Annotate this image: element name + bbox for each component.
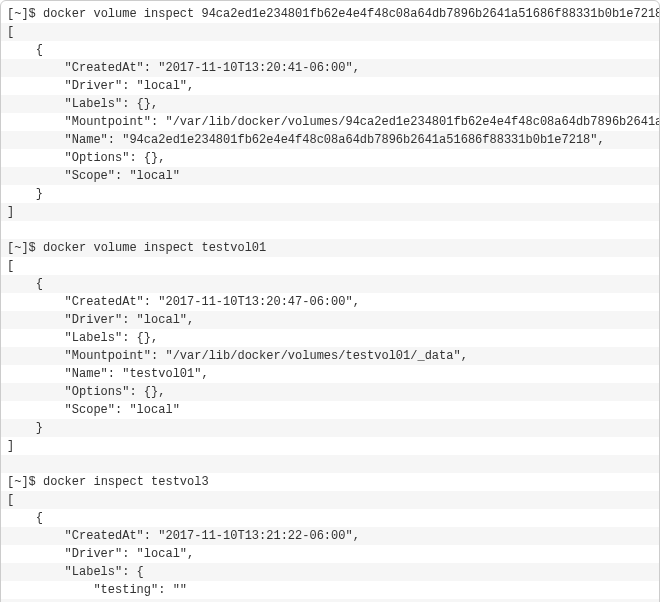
command-text: docker inspect testvol3 — [43, 475, 209, 489]
output-line: } — [1, 419, 659, 437]
command-text: docker volume inspect testvol01 — [43, 241, 266, 255]
output-line: "Labels": {}, — [1, 95, 659, 113]
output-line: { — [1, 509, 659, 527]
output-line: ] — [1, 203, 659, 221]
prompt: [~]$ — [7, 7, 43, 21]
command-line: [~]$ docker inspect testvol3 — [1, 473, 659, 491]
prompt: [~]$ — [7, 241, 43, 255]
output-line: "Scope": "local" — [1, 401, 659, 419]
output-line: "Driver": "local", — [1, 311, 659, 329]
output-line: ] — [1, 437, 659, 455]
output-line: "CreatedAt": "2017-11-10T13:20:47-06:00"… — [1, 293, 659, 311]
output-line: "Driver": "local", — [1, 77, 659, 95]
output-line: "Scope": "local" — [1, 167, 659, 185]
output-line: } — [1, 185, 659, 203]
output-line: "Labels": { — [1, 563, 659, 581]
output-line: "Name": "94ca2ed1e234801fb62e4e4f48c08a6… — [1, 131, 659, 149]
output-line: "CreatedAt": "2017-11-10T13:20:41-06:00"… — [1, 59, 659, 77]
output-line: "CreatedAt": "2017-11-10T13:21:22-06:00"… — [1, 527, 659, 545]
output-line: "testing": "" — [1, 581, 659, 599]
output-line: "Mountpoint": "/var/lib/docker/volumes/t… — [1, 347, 659, 365]
output-line — [1, 455, 659, 473]
output-line: "Name": "testvol01", — [1, 365, 659, 383]
output-line: [ — [1, 491, 659, 509]
output-line — [1, 221, 659, 239]
output-line: [ — [1, 257, 659, 275]
output-line: "Mountpoint": "/var/lib/docker/volumes/9… — [1, 113, 659, 131]
command-text: docker volume inspect 94ca2ed1e234801fb6… — [43, 7, 659, 21]
terminal-output: [~]$ docker volume inspect 94ca2ed1e2348… — [1, 5, 659, 602]
output-line: "Driver": "local", — [1, 545, 659, 563]
output-line: { — [1, 41, 659, 59]
output-line: "Labels": {}, — [1, 329, 659, 347]
prompt: [~]$ — [7, 475, 43, 489]
output-line: "Options": {}, — [1, 383, 659, 401]
output-line: "Options": {}, — [1, 149, 659, 167]
output-line: { — [1, 275, 659, 293]
command-line: [~]$ docker volume inspect 94ca2ed1e2348… — [1, 5, 659, 23]
output-line: [ — [1, 23, 659, 41]
command-line: [~]$ docker volume inspect testvol01 — [1, 239, 659, 257]
